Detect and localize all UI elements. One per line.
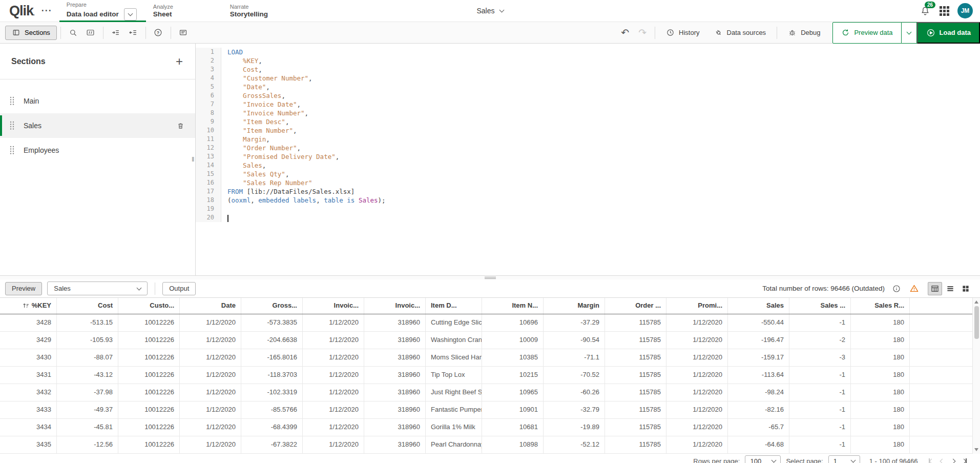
avatar[interactable]: JM [957, 3, 973, 18]
table-cell: 10012226 [118, 384, 180, 401]
column-header-cost[interactable]: Cost [57, 298, 118, 314]
column-header-sales[interactable]: Sales [728, 298, 789, 314]
load-data-button[interactable]: Load data [917, 22, 980, 44]
line-number: 2 [196, 56, 221, 65]
sidebar-item-sales[interactable]: Sales [0, 113, 195, 138]
editor-line: 7 "Invoice Date", [196, 100, 980, 109]
previous-page-icon[interactable] [941, 459, 944, 463]
table-cell: -1 [789, 367, 851, 384]
log-panel-icon[interactable] [176, 26, 191, 40]
column-header-date[interactable]: Date [180, 298, 241, 314]
editor-line: 11 Margin, [196, 135, 980, 144]
column-header-promi-[interactable]: Promi... [666, 298, 728, 314]
column-header-sales-[interactable]: Sales ... [789, 298, 851, 314]
sections-sidebar: Sections + Main Sales Employees [0, 44, 196, 275]
table-scrollbar[interactable] [972, 298, 980, 454]
first-page-icon[interactable] [929, 458, 933, 463]
rows-per-page-select[interactable]: 100 [745, 455, 781, 463]
table-cell: Just Right Beef Sou [426, 384, 482, 401]
editor-line: 4 "Customer Number", [196, 74, 980, 83]
table-cell: 10385 [482, 349, 544, 366]
notifications-button[interactable]: 26 [919, 5, 931, 17]
table-cell: 318960 [364, 314, 426, 331]
table-cell: 10696 [482, 314, 544, 331]
line-number: 5 [196, 83, 221, 91]
last-page-icon[interactable] [962, 458, 967, 463]
search-icon[interactable] [66, 26, 81, 40]
next-page-icon[interactable] [951, 459, 955, 463]
line-number: 11 [196, 135, 221, 144]
nav-item-label: Storytelling [230, 10, 268, 18]
sidebar-item-main[interactable]: Main [0, 89, 195, 113]
column-header-sales-r-[interactable]: Sales R... [851, 298, 910, 314]
preview-tab-button[interactable]: Preview [5, 282, 42, 295]
sidebar-item-employees[interactable]: Employees [0, 138, 195, 163]
line-number: 15 [196, 170, 221, 178]
column-header-invoic-[interactable]: Invoic... [364, 298, 426, 314]
preview-data-button[interactable]: Preview data [832, 22, 901, 44]
list-view-icon[interactable] [943, 282, 957, 295]
divider [655, 27, 655, 39]
column-header-margin[interactable]: Margin [544, 298, 605, 314]
sections-panel-icon [12, 28, 20, 37]
table-row: 3431-43.12100122261/12/2020-118.37031/12… [0, 367, 980, 384]
chevron-down-icon [906, 29, 911, 34]
help-icon[interactable]: ? [151, 26, 166, 40]
nav-item-data-load-editor[interactable]: Prepare Data load editor [59, 0, 146, 22]
preview-data-dropdown[interactable] [902, 22, 917, 44]
column-header-gross-[interactable]: Gross... [241, 298, 303, 314]
column-header-item-n-[interactable]: Item N... [482, 298, 544, 314]
nav-item-sheet[interactable]: Analyze Sheet [146, 0, 223, 22]
horizontal-splitter[interactable] [0, 275, 980, 279]
column-header-item-d-[interactable]: Item D... [426, 298, 482, 314]
more-menu-icon[interactable]: ··· [41, 6, 52, 16]
add-section-icon[interactable]: + [176, 55, 183, 68]
nav-dropdown-button[interactable] [124, 8, 137, 21]
debug-button[interactable]: Debug [781, 26, 827, 40]
column-header-custo-[interactable]: Custo... [118, 298, 180, 314]
history-button[interactable]: History [659, 26, 706, 40]
scrollbar-thumb[interactable] [974, 306, 979, 339]
delete-section-icon[interactable] [176, 122, 185, 130]
table-cell: Tip Top Lox [426, 367, 482, 384]
outdent-icon[interactable] [126, 26, 141, 40]
info-icon[interactable] [891, 283, 902, 294]
table-cell: 115785 [605, 314, 666, 331]
apps-grid-icon[interactable] [940, 6, 949, 16]
warning-icon[interactable] [908, 283, 920, 294]
grid-view-icon[interactable] [958, 282, 973, 295]
indent-icon[interactable] [108, 26, 123, 40]
scroll-up-icon[interactable] [974, 300, 978, 304]
select-page-select[interactable]: 1 [828, 455, 860, 463]
table-cell: 180 [851, 384, 910, 401]
table-cell: 10012226 [118, 314, 180, 331]
data-sources-button[interactable]: Data sources [707, 26, 774, 40]
sections-toggle-button[interactable]: Sections [5, 26, 57, 40]
nav-item-storytelling[interactable]: Narrate Storytelling [223, 0, 300, 22]
table-cell: 1/12/2020 [666, 419, 728, 436]
column-header-label: Cost [98, 298, 113, 313]
script-editor[interactable]: 1 LOAD 2 %KEY, 3 Cost, 4 "Customer Numbe… [196, 44, 980, 275]
scroll-down-icon[interactable] [974, 448, 978, 451]
output-tab-button[interactable]: Output [162, 282, 196, 295]
column-header-label: Invoic... [334, 298, 359, 313]
comment-icon[interactable] [83, 26, 98, 40]
load-data-label: Load data [940, 29, 971, 36]
table-cell: 10681 [482, 419, 544, 436]
pagination [929, 458, 967, 463]
app-select[interactable]: Sales [476, 0, 503, 22]
column-header--key[interactable]: %KEY [0, 298, 57, 314]
table-view-icon[interactable] [928, 282, 942, 295]
redo-icon[interactable]: ↷ [634, 28, 651, 37]
column-header-invoic-[interactable]: Invoic... [303, 298, 364, 314]
table-cell: -1 [789, 419, 851, 436]
sections-title: Sections [11, 57, 46, 66]
vertical-splitter-handle[interactable]: ‖ [192, 157, 194, 162]
table-cell: 115785 [605, 367, 666, 384]
editor-toolbar: Sections ? ↶ ↷ [0, 22, 980, 44]
table-cell: -1 [789, 436, 851, 453]
undo-icon[interactable]: ↶ [616, 28, 634, 37]
preview-table-select[interactable]: Sales [47, 281, 148, 295]
editor-line: 6 GrossSales, [196, 91, 980, 100]
column-header-order-[interactable]: Order ... [605, 298, 666, 314]
